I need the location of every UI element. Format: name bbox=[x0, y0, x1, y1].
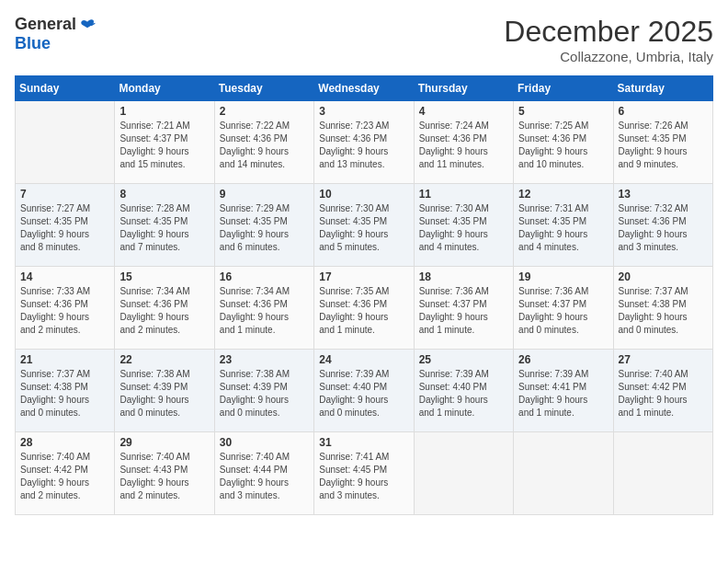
day-info: Sunrise: 7:34 AM Sunset: 4:36 PM Dayligh… bbox=[220, 285, 309, 337]
calendar-cell: 17Sunrise: 7:35 AM Sunset: 4:36 PM Dayli… bbox=[314, 267, 414, 350]
calendar-cell: 27Sunrise: 7:40 AM Sunset: 4:42 PM Dayli… bbox=[613, 350, 712, 432]
weekday-header-thursday: Thursday bbox=[414, 76, 513, 101]
day-info: Sunrise: 7:37 AM Sunset: 4:38 PM Dayligh… bbox=[20, 368, 109, 419]
day-info: Sunrise: 7:24 AM Sunset: 4:36 PM Dayligh… bbox=[419, 120, 508, 171]
calendar-cell: 31Sunrise: 7:41 AM Sunset: 4:45 PM Dayli… bbox=[314, 432, 414, 515]
day-info: Sunrise: 7:30 AM Sunset: 4:35 PM Dayligh… bbox=[319, 202, 408, 254]
month-title: December 2025 bbox=[504, 15, 713, 49]
logo-general-text: General bbox=[15, 15, 76, 34]
day-number: 31 bbox=[319, 436, 408, 449]
day-number: 9 bbox=[220, 188, 309, 201]
day-number: 24 bbox=[319, 353, 408, 366]
calendar-cell: 10Sunrise: 7:30 AM Sunset: 4:35 PM Dayli… bbox=[314, 184, 414, 267]
calendar-week-row: 28Sunrise: 7:40 AM Sunset: 4:42 PM Dayli… bbox=[16, 432, 713, 515]
calendar-cell: 26Sunrise: 7:39 AM Sunset: 4:41 PM Dayli… bbox=[514, 350, 613, 432]
day-number: 22 bbox=[119, 353, 209, 366]
calendar-cell: 22Sunrise: 7:38 AM Sunset: 4:39 PM Dayli… bbox=[115, 350, 214, 432]
day-number: 13 bbox=[619, 188, 708, 201]
day-number: 26 bbox=[518, 353, 608, 366]
day-info: Sunrise: 7:32 AM Sunset: 4:36 PM Dayligh… bbox=[619, 202, 708, 254]
day-info: Sunrise: 7:23 AM Sunset: 4:36 PM Dayligh… bbox=[319, 120, 408, 171]
day-info: Sunrise: 7:21 AM Sunset: 4:37 PM Dayligh… bbox=[119, 120, 209, 171]
calendar-cell bbox=[613, 432, 712, 515]
calendar-table: SundayMondayTuesdayWednesdayThursdayFrid… bbox=[15, 75, 713, 515]
weekday-header-monday: Monday bbox=[115, 76, 214, 101]
day-number: 25 bbox=[419, 353, 508, 366]
calendar-cell: 7Sunrise: 7:27 AM Sunset: 4:35 PM Daylig… bbox=[16, 184, 115, 267]
calendar-cell bbox=[514, 432, 613, 515]
day-number: 6 bbox=[619, 105, 708, 118]
day-info: Sunrise: 7:41 AM Sunset: 4:45 PM Dayligh… bbox=[319, 451, 408, 502]
calendar-cell: 14Sunrise: 7:33 AM Sunset: 4:36 PM Dayli… bbox=[16, 267, 115, 350]
logo-blue-text: Blue bbox=[15, 34, 51, 53]
calendar-cell: 3Sunrise: 7:23 AM Sunset: 4:36 PM Daylig… bbox=[314, 101, 414, 184]
calendar-cell: 30Sunrise: 7:40 AM Sunset: 4:44 PM Dayli… bbox=[214, 432, 313, 515]
day-info: Sunrise: 7:40 AM Sunset: 4:42 PM Dayligh… bbox=[20, 451, 109, 502]
weekday-header-wednesday: Wednesday bbox=[314, 76, 414, 101]
day-number: 15 bbox=[119, 270, 209, 283]
day-number: 2 bbox=[220, 105, 309, 118]
logo-bird-icon bbox=[78, 16, 97, 34]
day-info: Sunrise: 7:33 AM Sunset: 4:36 PM Dayligh… bbox=[20, 285, 109, 337]
day-info: Sunrise: 7:30 AM Sunset: 4:35 PM Dayligh… bbox=[419, 202, 508, 254]
page-header: General Blue December 2025 Collazzone, U… bbox=[15, 15, 713, 64]
calendar-cell: 25Sunrise: 7:39 AM Sunset: 4:40 PM Dayli… bbox=[414, 350, 513, 432]
day-info: Sunrise: 7:31 AM Sunset: 4:35 PM Dayligh… bbox=[518, 202, 608, 254]
calendar-week-row: 21Sunrise: 7:37 AM Sunset: 4:38 PM Dayli… bbox=[16, 350, 713, 432]
day-number: 5 bbox=[518, 105, 608, 118]
day-number: 10 bbox=[319, 188, 408, 201]
calendar-cell: 23Sunrise: 7:38 AM Sunset: 4:39 PM Dayli… bbox=[214, 350, 313, 432]
day-number: 12 bbox=[518, 188, 608, 201]
day-number: 18 bbox=[419, 270, 508, 283]
day-number: 16 bbox=[220, 270, 309, 283]
calendar-cell: 29Sunrise: 7:40 AM Sunset: 4:43 PM Dayli… bbox=[115, 432, 214, 515]
day-number: 21 bbox=[20, 353, 109, 366]
weekday-header-tuesday: Tuesday bbox=[214, 76, 313, 101]
calendar-cell: 11Sunrise: 7:30 AM Sunset: 4:35 PM Dayli… bbox=[414, 184, 513, 267]
day-info: Sunrise: 7:34 AM Sunset: 4:36 PM Dayligh… bbox=[119, 285, 209, 337]
calendar-cell: 9Sunrise: 7:29 AM Sunset: 4:35 PM Daylig… bbox=[214, 184, 313, 267]
calendar-cell: 20Sunrise: 7:37 AM Sunset: 4:38 PM Dayli… bbox=[613, 267, 712, 350]
calendar-cell: 15Sunrise: 7:34 AM Sunset: 4:36 PM Dayli… bbox=[115, 267, 214, 350]
day-info: Sunrise: 7:22 AM Sunset: 4:36 PM Dayligh… bbox=[220, 120, 309, 171]
day-info: Sunrise: 7:38 AM Sunset: 4:39 PM Dayligh… bbox=[220, 368, 309, 419]
day-number: 20 bbox=[619, 270, 708, 283]
day-info: Sunrise: 7:28 AM Sunset: 4:35 PM Dayligh… bbox=[119, 202, 209, 254]
day-number: 19 bbox=[518, 270, 608, 283]
day-info: Sunrise: 7:25 AM Sunset: 4:36 PM Dayligh… bbox=[518, 120, 608, 171]
day-info: Sunrise: 7:27 AM Sunset: 4:35 PM Dayligh… bbox=[20, 202, 109, 254]
calendar-cell bbox=[16, 101, 115, 184]
day-number: 28 bbox=[20, 436, 109, 449]
weekday-header-row: SundayMondayTuesdayWednesdayThursdayFrid… bbox=[16, 76, 713, 101]
calendar-cell: 2Sunrise: 7:22 AM Sunset: 4:36 PM Daylig… bbox=[214, 101, 313, 184]
day-info: Sunrise: 7:39 AM Sunset: 4:41 PM Dayligh… bbox=[518, 368, 608, 419]
day-number: 27 bbox=[619, 353, 708, 366]
day-number: 29 bbox=[119, 436, 209, 449]
day-info: Sunrise: 7:39 AM Sunset: 4:40 PM Dayligh… bbox=[419, 368, 508, 419]
day-info: Sunrise: 7:36 AM Sunset: 4:37 PM Dayligh… bbox=[419, 285, 508, 337]
day-number: 8 bbox=[119, 188, 209, 201]
day-info: Sunrise: 7:36 AM Sunset: 4:37 PM Dayligh… bbox=[518, 285, 608, 337]
title-block: December 2025 Collazzone, Umbria, Italy bbox=[504, 15, 713, 64]
calendar-cell bbox=[414, 432, 513, 515]
location-subtitle: Collazzone, Umbria, Italy bbox=[504, 49, 713, 64]
day-info: Sunrise: 7:37 AM Sunset: 4:38 PM Dayligh… bbox=[619, 285, 708, 337]
weekday-header-sunday: Sunday bbox=[16, 76, 115, 101]
calendar-week-row: 1Sunrise: 7:21 AM Sunset: 4:37 PM Daylig… bbox=[16, 101, 713, 184]
day-number: 7 bbox=[20, 188, 109, 201]
day-number: 4 bbox=[419, 105, 508, 118]
calendar-week-row: 14Sunrise: 7:33 AM Sunset: 4:36 PM Dayli… bbox=[16, 267, 713, 350]
day-info: Sunrise: 7:39 AM Sunset: 4:40 PM Dayligh… bbox=[319, 368, 408, 419]
day-number: 14 bbox=[20, 270, 109, 283]
day-number: 11 bbox=[419, 188, 508, 201]
calendar-cell: 21Sunrise: 7:37 AM Sunset: 4:38 PM Dayli… bbox=[16, 350, 115, 432]
day-info: Sunrise: 7:35 AM Sunset: 4:36 PM Dayligh… bbox=[319, 285, 408, 337]
weekday-header-friday: Friday bbox=[514, 76, 613, 101]
calendar-cell: 24Sunrise: 7:39 AM Sunset: 4:40 PM Dayli… bbox=[314, 350, 414, 432]
calendar-cell: 5Sunrise: 7:25 AM Sunset: 4:36 PM Daylig… bbox=[514, 101, 613, 184]
day-info: Sunrise: 7:29 AM Sunset: 4:35 PM Dayligh… bbox=[220, 202, 309, 254]
day-number: 1 bbox=[119, 105, 209, 118]
day-info: Sunrise: 7:26 AM Sunset: 4:35 PM Dayligh… bbox=[619, 120, 708, 171]
day-number: 17 bbox=[319, 270, 408, 283]
calendar-cell: 18Sunrise: 7:36 AM Sunset: 4:37 PM Dayli… bbox=[414, 267, 513, 350]
